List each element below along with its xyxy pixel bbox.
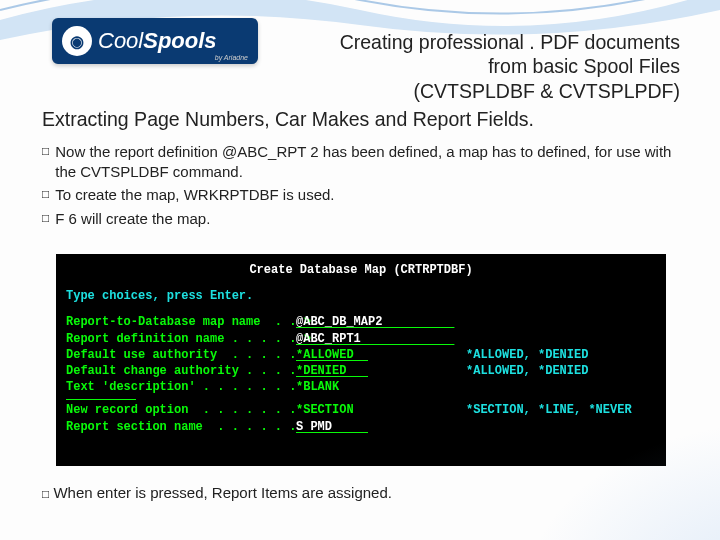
bullet-icon: □: [42, 142, 49, 160]
field-change-auth[interactable]: *DENIED: [296, 363, 466, 379]
terminal-row: Text 'description' . . . . . . . *BLANK: [66, 379, 656, 395]
logo-text-cool: Cool: [98, 28, 143, 54]
bullet-text: Now the report definition @ABC_RPT 2 has…: [55, 142, 680, 181]
field-new-record[interactable]: *SECTION: [296, 402, 466, 418]
bullet-icon: □: [42, 185, 49, 203]
coolspools-logo: ◉ Cool Spools by Ariadne: [52, 18, 258, 64]
field-use-auth[interactable]: *ALLOWED: [296, 347, 466, 363]
terminal-prompt: Type choices, press Enter.: [66, 288, 656, 304]
terminal-row: Default use authority . . . . . *ALLOWED…: [66, 347, 656, 363]
bullet-item: □To create the map, WRKRPTDBF is used.: [42, 185, 680, 205]
slide-subtitle: Extracting Page Numbers, Car Makes and R…: [42, 108, 680, 131]
terminal-row: Report definition name . . . . . > @ABC_…: [66, 331, 656, 347]
logo-text-spools: Spools: [143, 28, 216, 54]
title-line-2: from basic Spool Files: [340, 54, 680, 78]
bullet-item: □F 6 will create the map.: [42, 209, 680, 229]
bullet-list: □Now the report definition @ABC_RPT 2 ha…: [42, 142, 680, 232]
terminal-screenshot: Create Database Map (CRTRPTDBF) Type cho…: [56, 254, 666, 466]
bullet-icon: □: [42, 209, 49, 227]
slide-title: Creating professional . PDF documents fr…: [340, 30, 680, 103]
bullet-icon: □: [42, 487, 49, 501]
field-description[interactable]: *BLANK: [296, 379, 466, 395]
bullet-text: To create the map, WRKRPTDBF is used.: [55, 185, 334, 205]
field-section-name[interactable]: S PMD: [296, 419, 466, 435]
terminal-row: Report section name . . . . . . S PMD: [66, 419, 656, 435]
terminal-row: Default change authority . . . . *DENIED…: [66, 363, 656, 379]
spool-icon: ◉: [62, 26, 92, 56]
title-line-3: (CVTSPLDBF & CVTSPLPDF): [340, 79, 680, 103]
terminal-row: New record option . . . . . . . *SECTION…: [66, 402, 656, 418]
field-map-name[interactable]: @ABC_DB_MAP2: [296, 314, 466, 330]
terminal-divider: [66, 399, 136, 400]
title-line-1: Creating professional . PDF documents: [340, 30, 680, 54]
bullet-item: □Now the report definition @ABC_RPT 2 ha…: [42, 142, 680, 181]
terminal-title: Create Database Map (CRTRPTDBF): [66, 262, 656, 278]
footer-bullet: □ When enter is pressed, Report Items ar…: [42, 484, 680, 501]
field-report-def[interactable]: @ABC_RPT1: [296, 331, 466, 347]
logo-subtitle: by Ariadne: [215, 54, 248, 61]
bullet-text: F 6 will create the map.: [55, 209, 210, 229]
terminal-row: Report-to-Database map name . . > @ABC_D…: [66, 314, 656, 330]
footer-text: When enter is pressed, Report Items are …: [53, 484, 392, 501]
